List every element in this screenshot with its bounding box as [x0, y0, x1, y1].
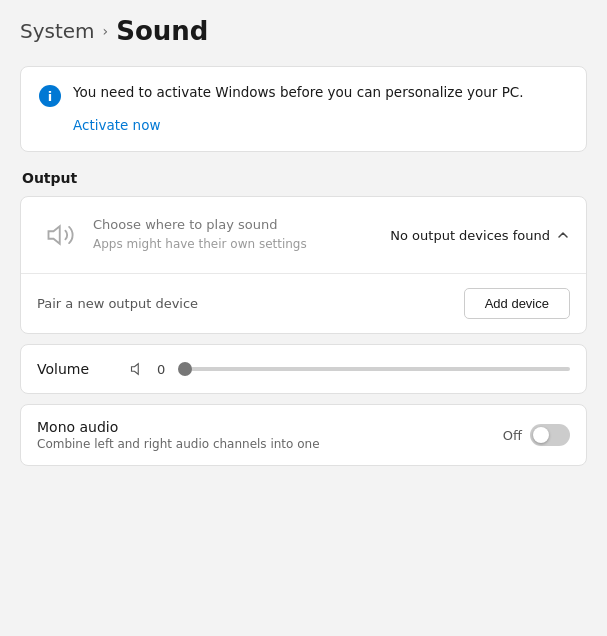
pair-device-row: Pair a new output device Add device — [21, 274, 586, 333]
choose-label: Choose where to play sound — [93, 217, 390, 234]
mono-audio-toggle[interactable] — [530, 424, 570, 446]
page-title: Sound — [116, 16, 208, 46]
info-icon: i — [39, 85, 61, 107]
add-device-button[interactable]: Add device — [464, 288, 570, 319]
volume-value: 0 — [157, 362, 173, 377]
mono-audio-subtitle: Combine left and right audio channels in… — [37, 437, 320, 451]
system-link[interactable]: System — [20, 19, 95, 43]
svg-marker-1 — [132, 364, 139, 375]
mono-toggle-label: Off — [503, 428, 522, 443]
mono-text-group: Mono audio Combine left and right audio … — [37, 419, 320, 451]
volume-row: Volume 0 — [20, 344, 587, 394]
output-device-row[interactable]: Choose where to play sound Apps might ha… — [21, 197, 586, 274]
speaker-icon — [37, 211, 85, 259]
apps-note: Apps might have their own settings — [93, 236, 390, 253]
breadcrumb-separator: › — [103, 23, 109, 39]
activation-message: You need to activate Windows before you … — [73, 83, 524, 102]
device-selector[interactable]: No output devices found — [390, 228, 570, 243]
svg-marker-0 — [49, 226, 60, 244]
volume-label: Volume — [37, 361, 117, 377]
breadcrumb: System › Sound — [20, 16, 587, 46]
pair-label: Pair a new output device — [37, 296, 198, 311]
activate-now-link[interactable]: Activate now — [73, 117, 568, 133]
selected-device-label: No output devices found — [390, 228, 550, 243]
device-info: Choose where to play sound Apps might ha… — [85, 217, 390, 253]
volume-icon — [129, 359, 149, 379]
chevron-up-icon — [556, 228, 570, 242]
volume-controls: 0 — [129, 359, 570, 379]
output-section-title: Output — [20, 170, 587, 186]
mono-audio-title: Mono audio — [37, 419, 320, 435]
volume-slider[interactable] — [185, 367, 570, 371]
slider-thumb — [178, 362, 192, 376]
mono-toggle-group: Off — [503, 424, 570, 446]
activation-banner: i You need to activate Windows before yo… — [20, 66, 587, 152]
mono-audio-card: Mono audio Combine left and right audio … — [20, 404, 587, 466]
output-card: Choose where to play sound Apps might ha… — [20, 196, 587, 334]
